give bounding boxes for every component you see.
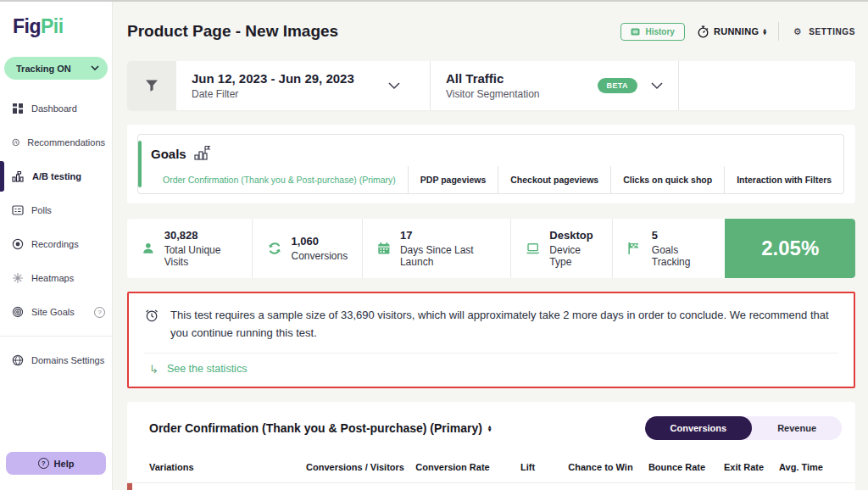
sidebar: FigPii Tracking ON Dashboard Recommendat… <box>0 2 113 490</box>
results-table-card: Order Confirmation (Thank you & Post-pur… <box>127 402 855 490</box>
stat-value: Desktop <box>549 229 598 242</box>
metric-toggle: Conversions Revenue <box>645 416 843 440</box>
help-circle-icon[interactable]: ? <box>94 307 105 318</box>
stat-value: 30,828 <box>164 229 237 242</box>
sidebar-item-domains-settings[interactable]: Domains Settings <box>0 343 112 377</box>
settings-button[interactable]: ⚙ SETTINGS <box>791 25 855 38</box>
stat-value: 5 <box>652 229 711 242</box>
sidebar-divider <box>0 336 112 337</box>
chevron-down-icon <box>651 82 663 90</box>
filter-bar: Jun 12, 2023 - Jun 29, 2023 Date Filter … <box>127 61 855 110</box>
stat-label: Device Type <box>549 244 598 268</box>
goal-tab-pdp-pageviews[interactable]: PDP pageviews <box>408 166 498 193</box>
sidebar-item-dashboard[interactable]: Dashboard <box>0 92 112 125</box>
calendar-icon <box>377 241 391 256</box>
sidebar-item-heatmaps[interactable]: Heatmaps <box>0 261 112 295</box>
stat-value: 17 <box>400 229 496 242</box>
polls-icon <box>12 204 24 216</box>
stat-texts: Desktop Device Type <box>549 229 598 268</box>
date-range-value: Jun 12, 2023 - Jun 29, 2023 <box>192 71 354 86</box>
history-button[interactable]: History <box>620 23 684 41</box>
sidebar-item-label: Polls <box>31 205 105 215</box>
see-statistics-label: See the statistics <box>167 363 248 375</box>
visitor-segmentation-dropdown[interactable]: All Traffic Visitor Segmentation BETA <box>431 61 679 110</box>
table-header-row: Variations Conversions / Visitors Conver… <box>127 454 855 482</box>
column-header-conversion-rate: Conversion Rate <box>409 462 496 472</box>
filter-funnel-button[interactable] <box>127 61 176 110</box>
stat-texts: 1,060 Conversions <box>292 235 348 262</box>
toggle-conversions[interactable]: Conversions <box>645 416 753 440</box>
column-header-avg-time: Avg. Time <box>776 462 826 472</box>
page-header: Product Page - New Images History RUNNIN… <box>127 2 855 61</box>
date-filter-label: Date Filter <box>192 88 354 100</box>
flag-icon <box>627 241 642 256</box>
stat-label: Total Unique Visits <box>164 244 237 268</box>
stat-goals-tracking: 5 Goals Tracking <box>613 219 725 278</box>
sidebar-item-ab-testing[interactable]: A/B testing <box>0 159 112 193</box>
sidebar-item-recordings[interactable]: Recordings <box>0 227 112 261</box>
recommendations-icon <box>12 136 19 148</box>
sidebar-item-polls[interactable]: Polls <box>0 193 112 227</box>
goals-card: Goals Order Confirmation (Thank you & Po… <box>127 125 855 203</box>
table-row: V1 - One Product 342 / 10,053 3.40% -0.5… <box>127 482 855 490</box>
stat-label: Goals Tracking <box>652 244 711 268</box>
column-header-chance-to-win: Chance to Win <box>559 462 642 472</box>
segmentation-value: All Traffic <box>446 71 540 86</box>
laptop-icon <box>526 241 540 256</box>
figpii-logo: FigPii <box>0 2 112 38</box>
beta-badge: BETA <box>598 78 637 93</box>
sidebar-item-label: Domains Settings <box>31 355 105 365</box>
gear-icon: ⚙ <box>791 25 804 38</box>
test-status-selector[interactable]: RUNNING ▲▼ <box>697 25 766 38</box>
stat-texts: 30,828 Total Unique Visits <box>164 229 237 268</box>
logo-part2: Pii <box>41 15 64 37</box>
sort-arrows-icon[interactable]: ▲▼ <box>488 425 492 432</box>
goals-panel: Goals Order Confirmation (Thank you & Po… <box>137 134 844 194</box>
stopwatch-icon <box>697 25 709 38</box>
toggle-revenue[interactable]: Revenue <box>752 416 842 440</box>
help-button[interactable]: ? Help <box>6 452 106 475</box>
dashboard-icon <box>12 103 24 114</box>
goal-tab-primary[interactable]: Order Confirmation (Thank you & Post-pur… <box>151 166 408 193</box>
goal-tab-interaction-filters[interactable]: Interaction with Filters <box>724 166 843 193</box>
stat-label: Conversions <box>292 250 348 262</box>
results-title-row: Order Confirmation (Thank you & Post-pur… <box>127 416 855 440</box>
header-divider <box>778 22 779 41</box>
goal-tab-clicks-quick-shop[interactable]: Clicks on quick shop <box>610 166 724 193</box>
settings-label: SETTINGS <box>809 27 855 36</box>
refresh-icon <box>267 241 282 256</box>
goal-tabs: Order Confirmation (Thank you & Post-pur… <box>151 166 843 193</box>
tracking-toggle-label: Tracking ON <box>16 64 71 74</box>
page-title: Product Page - New Images <box>127 22 338 41</box>
sidebar-item-recommendations[interactable]: Recommendations <box>0 125 112 159</box>
overall-conversion-rate: 2.05% <box>725 219 855 278</box>
results-title: Order Confirmation (Thank you & Post-pur… <box>149 421 482 435</box>
ab-testing-icon <box>12 170 25 182</box>
stat-device-type: Desktop Device Type <box>511 219 613 278</box>
sample-size-alert: This test requires a sample size of 33,6… <box>127 292 855 388</box>
alarm-clock-icon <box>144 306 159 325</box>
tracking-toggle[interactable]: Tracking ON <box>4 57 108 80</box>
stat-days-since-launch: 17 Days Since Last Launch <box>363 219 511 278</box>
history-icon <box>631 28 640 36</box>
test-status-label: RUNNING <box>714 26 759 36</box>
goal-tab-checkout-pageviews[interactable]: Checkout pageviews <box>498 166 610 193</box>
goals-title-row: Goals <box>151 142 843 161</box>
recordings-icon <box>12 238 24 250</box>
stat-value: 1,060 <box>292 235 348 248</box>
see-statistics-link[interactable]: ↳ See the statistics <box>144 354 838 377</box>
updown-arrows-icon: ▲▼ <box>763 28 766 35</box>
globe-icon <box>12 354 24 366</box>
user-icon <box>142 241 155 256</box>
sidebar-item-label: Recordings <box>31 239 105 249</box>
date-filter-dropdown[interactable]: Jun 12, 2023 - Jun 29, 2023 Date Filter <box>176 61 431 110</box>
sidebar-item-label: Recommendations <box>27 137 105 148</box>
chevron-down-icon <box>91 65 99 71</box>
sidebar-item-site-goals[interactable]: Site Goals ? <box>0 295 112 329</box>
column-header-lift: Lift <box>496 462 559 472</box>
sidebar-item-label: Heatmaps <box>31 273 105 283</box>
goals-title: Goals <box>151 147 186 161</box>
stat-texts: 17 Days Since Last Launch <box>400 229 496 268</box>
stat-texts: 5 Goals Tracking <box>652 229 711 268</box>
header-controls: History RUNNING ▲▼ ⚙ SETTINGS <box>620 22 855 41</box>
